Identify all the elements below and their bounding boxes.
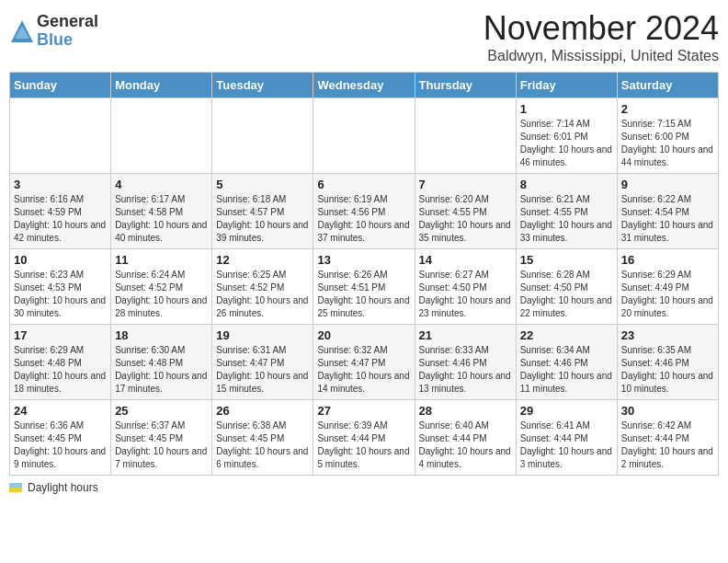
day-number: 26 (216, 404, 309, 418)
daylight-icon (9, 483, 22, 492)
weekday-header: Thursday (415, 73, 516, 98)
day-number: 6 (317, 178, 410, 191)
weekday-header: Friday (516, 73, 617, 98)
calendar-cell: 10Sunrise: 6:23 AM Sunset: 4:53 PM Dayli… (10, 249, 111, 325)
page-subtitle: Baldwyn, Mississippi, United States (483, 48, 719, 64)
calendar-cell: 17Sunrise: 6:29 AM Sunset: 4:48 PM Dayli… (10, 325, 111, 400)
calendar-cell (415, 98, 516, 174)
calendar-cell: 28Sunrise: 6:40 AM Sunset: 4:44 PM Dayli… (415, 400, 516, 476)
calendar-cell: 30Sunrise: 6:42 AM Sunset: 4:44 PM Dayli… (617, 400, 718, 476)
day-number: 24 (14, 404, 107, 418)
day-info: Sunrise: 6:25 AM Sunset: 4:52 PM Dayligh… (216, 269, 309, 320)
day-number: 30 (621, 404, 714, 418)
day-number: 3 (14, 178, 107, 191)
day-info: Sunrise: 6:29 AM Sunset: 4:48 PM Dayligh… (14, 344, 107, 396)
calendar-cell: 26Sunrise: 6:38 AM Sunset: 4:45 PM Dayli… (212, 400, 313, 476)
calendar-cell: 14Sunrise: 6:27 AM Sunset: 4:50 PM Dayli… (415, 249, 516, 325)
day-info: Sunrise: 6:24 AM Sunset: 4:52 PM Dayligh… (115, 269, 208, 320)
day-number: 14 (419, 253, 512, 267)
calendar-cell: 19Sunrise: 6:31 AM Sunset: 4:47 PM Dayli… (212, 325, 313, 400)
day-info: Sunrise: 6:39 AM Sunset: 4:44 PM Dayligh… (317, 419, 410, 471)
calendar-cell: 22Sunrise: 6:34 AM Sunset: 4:46 PM Dayli… (516, 325, 617, 400)
day-info: Sunrise: 6:29 AM Sunset: 4:49 PM Dayligh… (621, 269, 714, 320)
calendar-cell: 24Sunrise: 6:36 AM Sunset: 4:45 PM Dayli… (10, 400, 111, 476)
day-number: 29 (520, 404, 613, 418)
calendar-cell: 12Sunrise: 6:25 AM Sunset: 4:52 PM Dayli… (212, 249, 313, 325)
calendar-week-row: 10Sunrise: 6:23 AM Sunset: 4:53 PM Dayli… (10, 249, 719, 325)
day-number: 27 (317, 404, 410, 418)
day-info: Sunrise: 6:18 AM Sunset: 4:57 PM Dayligh… (216, 193, 309, 245)
day-info: Sunrise: 6:33 AM Sunset: 4:46 PM Dayligh… (419, 344, 512, 396)
day-info: Sunrise: 6:22 AM Sunset: 4:54 PM Dayligh… (621, 193, 714, 245)
calendar-week-row: 3Sunrise: 6:16 AM Sunset: 4:59 PM Daylig… (10, 174, 719, 249)
day-info: Sunrise: 7:14 AM Sunset: 6:01 PM Dayligh… (520, 118, 613, 169)
day-info: Sunrise: 6:37 AM Sunset: 4:45 PM Dayligh… (115, 419, 208, 471)
day-number: 17 (14, 328, 107, 342)
day-number: 25 (115, 404, 208, 418)
calendar-cell: 13Sunrise: 6:26 AM Sunset: 4:51 PM Dayli… (313, 249, 415, 325)
calendar-cell (313, 98, 415, 174)
logo: General Blue (9, 13, 98, 50)
day-info: Sunrise: 6:40 AM Sunset: 4:44 PM Dayligh… (419, 419, 512, 471)
calendar-cell: 1Sunrise: 7:14 AM Sunset: 6:01 PM Daylig… (516, 98, 617, 174)
day-number: 16 (621, 253, 714, 267)
day-info: Sunrise: 6:16 AM Sunset: 4:59 PM Dayligh… (14, 193, 107, 245)
day-number: 9 (621, 178, 714, 191)
calendar-cell: 9Sunrise: 6:22 AM Sunset: 4:54 PM Daylig… (617, 174, 718, 249)
weekday-header: Sunday (10, 73, 111, 98)
day-info: Sunrise: 6:21 AM Sunset: 4:55 PM Dayligh… (520, 193, 613, 245)
logo-general-text: General (37, 13, 98, 31)
day-number: 18 (115, 328, 208, 342)
weekday-header: Saturday (617, 73, 718, 98)
calendar-week-row: 1Sunrise: 7:14 AM Sunset: 6:01 PM Daylig… (10, 98, 719, 174)
day-info: Sunrise: 6:23 AM Sunset: 4:53 PM Dayligh… (14, 269, 107, 320)
weekday-header: Monday (111, 73, 212, 98)
day-number: 20 (317, 328, 410, 342)
day-info: Sunrise: 6:38 AM Sunset: 4:45 PM Dayligh… (216, 419, 309, 471)
day-info: Sunrise: 6:34 AM Sunset: 4:46 PM Dayligh… (520, 344, 613, 396)
day-number: 12 (216, 253, 309, 267)
calendar-cell: 29Sunrise: 6:41 AM Sunset: 4:44 PM Dayli… (516, 400, 617, 476)
calendar-cell: 11Sunrise: 6:24 AM Sunset: 4:52 PM Dayli… (111, 249, 212, 325)
day-number: 7 (419, 178, 512, 191)
calendar-cell: 16Sunrise: 6:29 AM Sunset: 4:49 PM Dayli… (617, 249, 718, 325)
weekday-header: Tuesday (212, 73, 313, 98)
calendar-cell (212, 98, 313, 174)
page-title: November 2024 (483, 9, 719, 48)
footer-label: Daylight hours (28, 481, 98, 494)
day-info: Sunrise: 6:36 AM Sunset: 4:45 PM Dayligh… (14, 419, 107, 471)
day-number: 28 (419, 404, 512, 418)
day-number: 8 (520, 178, 613, 191)
calendar-cell (10, 98, 111, 174)
day-number: 4 (115, 178, 208, 191)
day-info: Sunrise: 6:30 AM Sunset: 4:48 PM Dayligh… (115, 344, 208, 396)
day-info: Sunrise: 6:31 AM Sunset: 4:47 PM Dayligh… (216, 344, 309, 396)
day-info: Sunrise: 6:26 AM Sunset: 4:51 PM Dayligh… (317, 269, 410, 320)
calendar-cell: 5Sunrise: 6:18 AM Sunset: 4:57 PM Daylig… (212, 174, 313, 249)
day-info: Sunrise: 6:28 AM Sunset: 4:50 PM Dayligh… (520, 269, 613, 320)
day-number: 15 (520, 253, 613, 267)
calendar-week-row: 24Sunrise: 6:36 AM Sunset: 4:45 PM Dayli… (10, 400, 719, 476)
day-number: 13 (317, 253, 410, 267)
calendar-table: SundayMondayTuesdayWednesdayThursdayFrid… (9, 72, 719, 476)
calendar-cell: 2Sunrise: 7:15 AM Sunset: 6:00 PM Daylig… (617, 98, 718, 174)
calendar-cell: 8Sunrise: 6:21 AM Sunset: 4:55 PM Daylig… (516, 174, 617, 249)
day-number: 23 (621, 328, 714, 342)
calendar-cell: 25Sunrise: 6:37 AM Sunset: 4:45 PM Dayli… (111, 400, 212, 476)
day-info: Sunrise: 6:20 AM Sunset: 4:55 PM Dayligh… (419, 193, 512, 245)
logo-icon (9, 18, 35, 44)
calendar-header-row: SundayMondayTuesdayWednesdayThursdayFrid… (10, 73, 719, 98)
calendar-cell: 18Sunrise: 6:30 AM Sunset: 4:48 PM Dayli… (111, 325, 212, 400)
weekday-header: Wednesday (313, 73, 415, 98)
title-block: November 2024 Baldwyn, Mississippi, Unit… (483, 9, 719, 64)
day-info: Sunrise: 6:17 AM Sunset: 4:58 PM Dayligh… (115, 193, 208, 245)
day-number: 5 (216, 178, 309, 191)
calendar-cell: 27Sunrise: 6:39 AM Sunset: 4:44 PM Dayli… (313, 400, 415, 476)
calendar-cell: 6Sunrise: 6:19 AM Sunset: 4:56 PM Daylig… (313, 174, 415, 249)
logo-blue-text: Blue (37, 31, 98, 50)
calendar-cell (111, 98, 212, 174)
calendar-cell: 20Sunrise: 6:32 AM Sunset: 4:47 PM Dayli… (313, 325, 415, 400)
day-number: 10 (14, 253, 107, 267)
day-number: 22 (520, 328, 613, 342)
day-info: Sunrise: 6:32 AM Sunset: 4:47 PM Dayligh… (317, 344, 410, 396)
